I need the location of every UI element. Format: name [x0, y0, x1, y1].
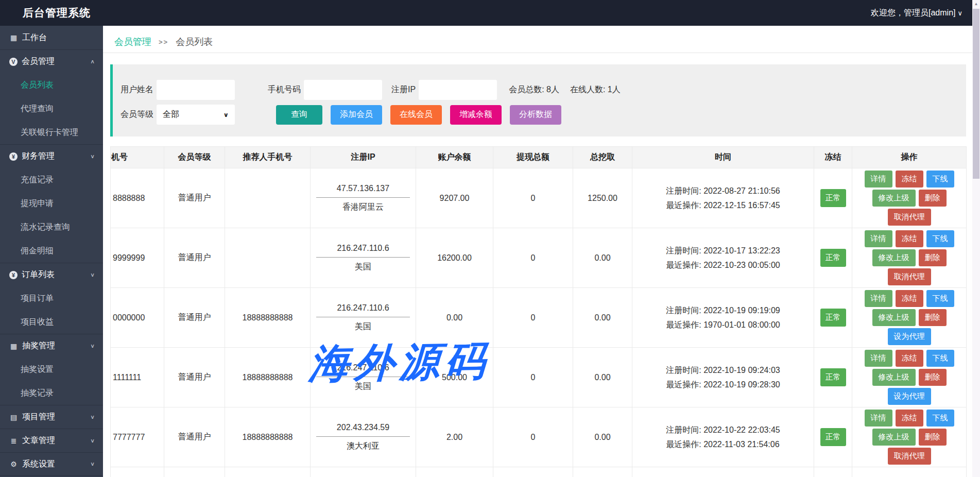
- delete-button[interactable]: 删除: [919, 429, 947, 446]
- phone-input[interactable]: [304, 80, 382, 100]
- username-input[interactable]: [157, 80, 235, 100]
- sidebar-item-bank-card-mgmt[interactable]: 关联银行卡管理: [0, 121, 103, 144]
- time-line: 最近操作: 1970-01-01 08:00:00: [666, 318, 780, 332]
- user-menu[interactable]: 欢迎您，管理员[admin] ∨: [871, 8, 962, 19]
- column-header: 操作: [852, 147, 967, 168]
- cell-operations: 详情冻结下线修改上级删除取消代理: [852, 407, 967, 467]
- sidebar-item-commission-details[interactable]: 佣金明细: [0, 239, 103, 263]
- member-level-label: 会员等级: [121, 109, 153, 120]
- online-members-stat: 在线人数: 1人: [570, 84, 621, 95]
- ip-block: 216.247.110.6美国: [316, 244, 410, 272]
- member-stats: 会员总数: 8人 在线人数: 1人: [509, 84, 621, 95]
- v-circle-icon: V: [9, 58, 18, 66]
- column-header: 提现总额: [493, 147, 573, 168]
- modify-parent-button[interactable]: 修改上级: [872, 249, 916, 266]
- offline-button[interactable]: 下线: [926, 290, 954, 307]
- cell-time: 注册时间: 2022-10-19 09:19:09最近操作: 1970-01-0…: [632, 288, 814, 348]
- time-line: 最近操作: 2022-11-03 21:54:06: [666, 437, 780, 451]
- cell-phone: 1111111: [111, 348, 164, 407]
- modify-parent-button[interactable]: 修改上级: [872, 369, 916, 386]
- cancel-agent-button[interactable]: 取消代理: [888, 268, 931, 285]
- modify-parent-button[interactable]: 修改上级: [872, 190, 916, 207]
- sidebar-item-project-earnings[interactable]: 项目收益: [0, 310, 103, 334]
- search-button[interactable]: 查询: [276, 105, 322, 125]
- set-agent-button[interactable]: 设为代理: [888, 388, 931, 405]
- cell-mined-total: 0.00: [573, 288, 632, 348]
- online-members-button[interactable]: 在线会员: [390, 105, 442, 125]
- delete-button[interactable]: 删除: [919, 190, 947, 207]
- breadcrumb-section-link[interactable]: 会员管理: [114, 36, 151, 48]
- time-block: 注册时间: 2022-08-27 21:10:56最近操作: 2022-12-1…: [666, 184, 780, 212]
- sidebar-item-transaction-query[interactable]: 流水记录查询: [0, 215, 103, 239]
- sidebar-item-finance-mgmt[interactable]: ¥财务管理∨: [0, 144, 103, 168]
- cancel-agent-button[interactable]: 取消代理: [888, 209, 931, 226]
- breadcrumb: 会员管理 >> 会员列表: [103, 26, 980, 53]
- cell-register-ip: 216.247.110.6美国: [311, 228, 416, 288]
- details-button[interactable]: 详情: [865, 171, 892, 188]
- sidebar-item-label: 项目管理: [22, 412, 55, 422]
- register-ip-label: 注册IP: [391, 84, 416, 95]
- sidebar-item-system-settings[interactable]: ⚙系统设置∨: [0, 452, 103, 476]
- column-header: 会员等级: [164, 147, 225, 168]
- analyze-data-button[interactable]: 分析数据: [510, 105, 561, 125]
- offline-button[interactable]: 下线: [926, 230, 954, 247]
- sidebar-item-project-orders[interactable]: 项目订单: [0, 286, 103, 310]
- offline-button[interactable]: 下线: [926, 350, 954, 367]
- chevron-down-icon: ∨: [90, 461, 95, 467]
- freeze-button[interactable]: 冻结: [896, 290, 923, 307]
- grid-icon: ▦: [9, 33, 18, 42]
- delete-button[interactable]: 删除: [919, 369, 947, 386]
- modify-parent-button[interactable]: 修改上级: [872, 429, 916, 446]
- details-button[interactable]: 详情: [865, 290, 892, 307]
- sidebar-item-lottery-mgmt[interactable]: ▦抽奖管理∨: [0, 334, 103, 357]
- details-button[interactable]: 详情: [865, 410, 892, 427]
- scrollbar-thumb[interactable]: [973, 9, 979, 179]
- sidebar-item-label: 充值记录: [21, 175, 54, 185]
- chevron-down-icon: ∨: [90, 272, 95, 278]
- details-button[interactable]: 详情: [865, 230, 892, 247]
- scroll-up-arrow-icon[interactable]: ▲: [972, 2, 980, 6]
- register-ip-input[interactable]: [419, 80, 497, 100]
- vertical-scrollbar[interactable]: ▲: [972, 0, 980, 477]
- offline-button[interactable]: 下线: [926, 171, 954, 188]
- sidebar-item-member-mgmt[interactable]: V会员管理∧: [0, 49, 103, 73]
- sidebar-item-label: 抽奖设置: [21, 364, 54, 375]
- sidebar-item-label: 关联银行卡管理: [21, 127, 78, 138]
- sidebar-item-project-mgmt[interactable]: ▤项目管理∨: [0, 405, 103, 429]
- sidebar-item-lottery-records[interactable]: 抽奖记录: [0, 381, 103, 405]
- sidebar-item-withdraw-requests[interactable]: 提现申请: [0, 192, 103, 215]
- adjust-balance-button[interactable]: 增减余额: [450, 105, 502, 125]
- modify-parent-button[interactable]: 修改上级: [872, 309, 916, 326]
- cell-referrer-phone: 18888888888: [225, 407, 311, 467]
- member-level-select[interactable]: 全部 ∨: [157, 105, 235, 125]
- sidebar-item-lottery-settings[interactable]: 抽奖设置: [0, 357, 103, 381]
- action-buttons: 查询 添加会员 在线会员 增减余额 分析数据: [276, 105, 561, 125]
- cell-phone: 8888888: [111, 168, 164, 228]
- sidebar-item-agent-query[interactable]: 代理查询: [0, 97, 103, 121]
- freeze-button[interactable]: 冻结: [896, 171, 923, 188]
- cell-member-level: 普通用户: [164, 467, 225, 477]
- sidebar-item-member-list[interactable]: 会员列表: [0, 73, 103, 97]
- cell-time: 注册时间: 2022-10-22 22:15:16: [632, 467, 814, 477]
- ip-address: 216.247.110.6: [316, 303, 410, 317]
- sidebar-item-recharge-records[interactable]: 充值记录: [0, 168, 103, 192]
- sidebar-item-article-mgmt[interactable]: ≣文章管理∨: [0, 429, 103, 452]
- offline-button[interactable]: 下线: [926, 410, 954, 427]
- set-agent-button[interactable]: 设为代理: [888, 328, 931, 345]
- sidebar-item-order-list[interactable]: ¥订单列表∨: [0, 263, 103, 286]
- delete-button[interactable]: 删除: [919, 309, 947, 326]
- breadcrumb-current-page: 会员列表: [176, 36, 213, 48]
- sidebar-item-workbench[interactable]: ▦工作台: [0, 26, 103, 49]
- details-button[interactable]: 详情: [865, 350, 892, 367]
- freeze-button[interactable]: 冻结: [896, 410, 923, 427]
- cancel-agent-button[interactable]: 取消代理: [888, 448, 931, 465]
- table-row: 7777777普通用户18888888888202.43.234.59澳大利亚2…: [111, 407, 967, 467]
- chevron-down-icon: ∨: [90, 154, 95, 160]
- freeze-button[interactable]: 冻结: [896, 230, 923, 247]
- freeze-button[interactable]: 冻结: [896, 350, 923, 367]
- delete-button[interactable]: 删除: [919, 249, 947, 266]
- grid-icon: ▦: [9, 342, 18, 350]
- cell-withdraw-total: 0: [493, 228, 573, 288]
- cell-member-level: 普通用户: [164, 288, 225, 348]
- add-member-button[interactable]: 添加会员: [331, 105, 382, 125]
